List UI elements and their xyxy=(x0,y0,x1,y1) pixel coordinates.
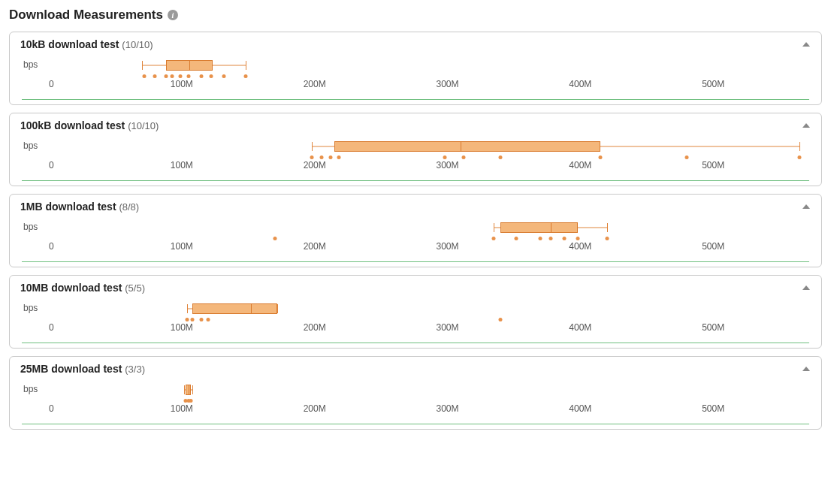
card-header[interactable]: 25MB download test (3/3) xyxy=(20,363,811,375)
data-point xyxy=(492,237,496,240)
data-point xyxy=(185,318,189,321)
data-point xyxy=(209,74,213,78)
median-line xyxy=(189,60,190,71)
baseline-indicator xyxy=(22,343,809,344)
data-point xyxy=(186,74,190,78)
section-title: Download Measurements i xyxy=(9,8,822,23)
plot-area xyxy=(49,136,806,157)
boxplot-chart: bps0100M200M300M400M500M xyxy=(20,55,811,100)
axis-tick: 0 xyxy=(49,79,54,89)
axis-tick: 100M xyxy=(171,403,193,414)
card-count: (3/3) xyxy=(125,364,145,375)
baseline-indicator xyxy=(22,424,809,425)
data-point xyxy=(443,155,446,159)
data-point xyxy=(598,155,602,159)
data-point xyxy=(171,74,174,78)
card-title-text: 1MB download test xyxy=(20,201,116,213)
section-title-text: Download Measurements xyxy=(9,8,163,23)
data-point xyxy=(200,318,204,321)
card-header[interactable]: 100kB download test (10/10) xyxy=(20,119,811,131)
axis-tick: 0 xyxy=(49,160,54,171)
card-count: (10/10) xyxy=(128,120,159,131)
data-point xyxy=(539,237,542,240)
collapse-up-icon[interactable] xyxy=(802,284,811,291)
card-title-text: 10MB download test xyxy=(20,282,122,294)
data-point xyxy=(798,155,802,159)
data-point xyxy=(319,155,323,159)
plot-area xyxy=(49,379,806,400)
axis-tick: 400M xyxy=(569,322,591,333)
card-header[interactable]: 1MB download test (8/8) xyxy=(20,201,811,213)
box xyxy=(500,222,578,233)
axis-tick: 500M xyxy=(702,79,724,89)
boxplot-chart: bps0100M200M300M400M500M xyxy=(20,136,811,181)
collapse-up-icon[interactable] xyxy=(802,365,811,373)
data-point xyxy=(576,237,579,240)
axis-tick: 200M xyxy=(304,403,326,414)
y-axis-label: bps xyxy=(23,59,38,70)
data-point xyxy=(243,74,247,78)
axis-tick: 100M xyxy=(171,322,193,333)
data-point xyxy=(310,155,314,159)
collapse-up-icon[interactable] xyxy=(802,41,811,48)
whisker-cap xyxy=(192,385,193,394)
axis-tick: 500M xyxy=(702,403,724,414)
axis-tick: 400M xyxy=(569,403,591,414)
axis-tick: 400M xyxy=(569,79,591,89)
y-axis-label: bps xyxy=(23,384,38,394)
x-axis: 0100M200M300M400M500M xyxy=(49,403,806,420)
whisker-cap xyxy=(277,304,278,313)
median-line xyxy=(189,385,189,395)
baseline-indicator xyxy=(22,99,809,101)
measurement-card: 10MB download test (5/5)bps0100M200M300M… xyxy=(9,275,822,349)
axis-tick: 300M xyxy=(437,241,459,252)
axis-tick: 400M xyxy=(569,241,591,252)
svg-marker-1 xyxy=(802,123,810,128)
axis-tick: 200M xyxy=(304,241,326,252)
median-line xyxy=(461,141,461,152)
card-title: 10MB download test (5/5) xyxy=(20,282,145,294)
whisker-cap xyxy=(494,223,494,232)
median-line xyxy=(551,222,551,233)
axis-tick: 0 xyxy=(49,241,54,252)
box xyxy=(334,141,600,152)
card-header[interactable]: 10kB download test (10/10) xyxy=(20,38,811,50)
svg-marker-2 xyxy=(802,204,810,209)
whisker-cap xyxy=(799,142,800,151)
data-point xyxy=(563,237,567,240)
axis-tick: 300M xyxy=(437,322,459,333)
x-axis: 0100M200M300M400M500M xyxy=(49,79,806,95)
collapse-up-icon[interactable] xyxy=(802,122,811,129)
box xyxy=(192,303,277,314)
whisker-cap xyxy=(187,304,188,313)
card-title: 10kB download test (10/10) xyxy=(20,38,153,50)
axis-tick: 100M xyxy=(171,160,193,171)
data-point xyxy=(515,237,518,240)
measurement-card: 1MB download test (8/8)bps0100M200M300M4… xyxy=(9,194,822,267)
data-point xyxy=(207,318,210,321)
data-point xyxy=(153,74,157,78)
axis-tick: 100M xyxy=(171,241,193,252)
data-point xyxy=(337,155,340,159)
data-point xyxy=(200,74,204,78)
card-header[interactable]: 10MB download test (5/5) xyxy=(20,282,811,294)
card-title: 1MB download test (8/8) xyxy=(20,201,139,213)
axis-tick: 500M xyxy=(702,241,724,252)
y-axis-label: bps xyxy=(23,303,38,313)
axis-tick: 500M xyxy=(702,160,724,171)
card-count: (8/8) xyxy=(119,201,139,213)
whisker-cap xyxy=(246,61,246,70)
collapse-up-icon[interactable] xyxy=(802,203,811,210)
axis-tick: 300M xyxy=(437,79,459,89)
data-point xyxy=(190,318,194,321)
x-axis: 0100M200M300M400M500M xyxy=(49,322,806,339)
card-title-text: 25MB download test xyxy=(20,363,122,375)
measurement-card: 100kB download test (10/10)bps0100M200M3… xyxy=(9,113,822,186)
card-title-text: 100kB download test xyxy=(20,119,125,131)
data-point xyxy=(273,237,276,240)
info-icon[interactable]: i xyxy=(168,10,178,20)
data-point xyxy=(222,74,226,78)
data-point xyxy=(461,155,465,159)
card-title: 100kB download test (10/10) xyxy=(20,119,159,131)
boxplot-chart: bps0100M200M300M400M500M xyxy=(20,217,811,262)
